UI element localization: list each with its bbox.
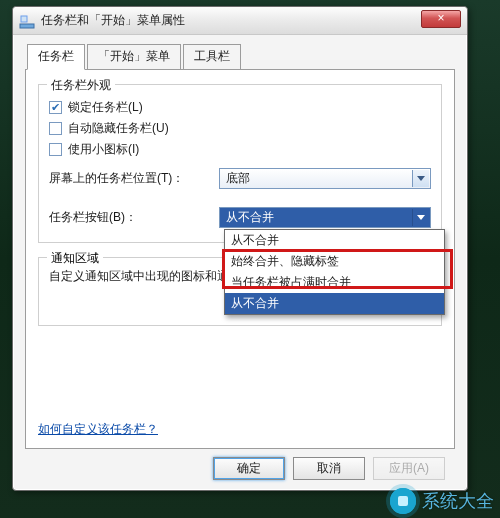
row-taskbar-position: 屏幕上的任务栏位置(T)： 底部 <box>49 168 431 189</box>
checkbox-smallicons-label: 使用小图标(I) <box>68 141 139 158</box>
combo-option[interactable]: 从不合并 <box>225 230 444 251</box>
combo-taskbar-position-value: 底部 <box>226 170 250 187</box>
row-taskbar-buttons-wrap: 任务栏按钮(B)： 从不合并 从不合并 始终合并、隐藏标签 当任务栏被占满时合并… <box>49 207 431 228</box>
tab-taskbar[interactable]: 任务栏 <box>27 44 85 70</box>
tabstrip: 任务栏 「开始」菜单 工具栏 <box>27 43 455 69</box>
checkbox-autohide[interactable] <box>49 122 62 135</box>
chevron-down-icon <box>412 209 429 226</box>
group-notification-legend: 通知区域 <box>47 250 103 267</box>
apply-button[interactable]: 应用(A) <box>373 457 445 480</box>
label-taskbar-buttons: 任务栏按钮(B)： <box>49 209 219 226</box>
svg-rect-0 <box>20 24 34 28</box>
watermark-text: 系统大全 <box>422 489 494 513</box>
help-link[interactable]: 如何自定义该任务栏？ <box>38 422 158 436</box>
dialog-footer: 确定 取消 应用(A) <box>25 449 455 490</box>
cancel-button[interactable]: 取消 <box>293 457 365 480</box>
dialog-window: 任务栏和「开始」菜单属性 × 任务栏 「开始」菜单 工具栏 任务栏外观 锁定任务… <box>12 6 468 491</box>
group-appearance: 任务栏外观 锁定任务栏(L) 自动隐藏任务栏(U) 使用小图标(I) 屏幕上的任… <box>38 84 442 243</box>
checkbox-lock-taskbar[interactable] <box>49 101 62 114</box>
checkbox-smallicons-row[interactable]: 使用小图标(I) <box>49 141 431 158</box>
combo-taskbar-buttons[interactable]: 从不合并 <box>219 207 431 228</box>
combo-taskbar-buttons-value: 从不合并 <box>226 209 274 226</box>
tab-page-taskbar: 任务栏外观 锁定任务栏(L) 自动隐藏任务栏(U) 使用小图标(I) 屏幕上的任… <box>25 69 455 449</box>
row-taskbar-buttons: 任务栏按钮(B)： 从不合并 <box>49 207 431 228</box>
combo-option[interactable]: 当任务栏被占满时合并 <box>225 272 444 293</box>
checkbox-autohide-label: 自动隐藏任务栏(U) <box>68 120 169 137</box>
combo-option-selected[interactable]: 从不合并 <box>225 293 444 314</box>
watermark-logo-icon <box>390 488 416 514</box>
chevron-down-icon <box>412 170 429 187</box>
checkbox-lock-taskbar-label: 锁定任务栏(L) <box>68 99 143 116</box>
combo-taskbar-position[interactable]: 底部 <box>219 168 431 189</box>
tab-toolbar[interactable]: 工具栏 <box>183 44 241 70</box>
close-button[interactable]: × <box>421 10 461 28</box>
client-area: 任务栏 「开始」菜单 工具栏 任务栏外观 锁定任务栏(L) 自动隐藏任务栏(U)… <box>13 35 467 490</box>
ok-button[interactable]: 确定 <box>213 457 285 480</box>
watermark: 系统大全 <box>390 488 494 514</box>
checkbox-autohide-row[interactable]: 自动隐藏任务栏(U) <box>49 120 431 137</box>
help-link-wrap: 如何自定义该任务栏？ <box>38 421 158 438</box>
app-icon <box>19 13 35 29</box>
checkbox-smallicons[interactable] <box>49 143 62 156</box>
group-appearance-legend: 任务栏外观 <box>47 77 115 94</box>
titlebar[interactable]: 任务栏和「开始」菜单属性 × <box>13 7 467 35</box>
svg-rect-1 <box>21 16 27 22</box>
label-taskbar-position: 屏幕上的任务栏位置(T)： <box>49 170 219 187</box>
tab-start-menu[interactable]: 「开始」菜单 <box>87 44 181 70</box>
window-title: 任务栏和「开始」菜单属性 <box>41 12 463 29</box>
combo-taskbar-buttons-dropdown[interactable]: 从不合并 始终合并、隐藏标签 当任务栏被占满时合并 从不合并 <box>224 229 445 315</box>
combo-option[interactable]: 始终合并、隐藏标签 <box>225 251 444 272</box>
checkbox-lock-taskbar-row[interactable]: 锁定任务栏(L) <box>49 99 431 116</box>
